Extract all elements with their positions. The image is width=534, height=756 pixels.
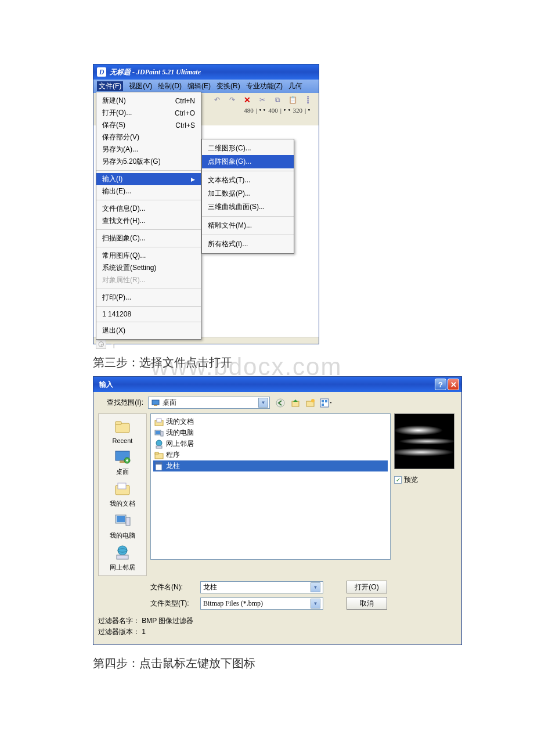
file-icon: [154, 440, 164, 449]
filter-info: 过滤器名字： BMP 图像过滤器 过滤器版本： 1: [98, 615, 457, 638]
preview-label: 预览: [404, 475, 418, 485]
menu-file[interactable]: 文件(F): [97, 81, 123, 91]
back-icon[interactable]: [275, 397, 286, 409]
submenu-item[interactable]: 精雕文件(M)...: [202, 219, 294, 232]
tool-icon-2[interactable]: ┐: [109, 339, 119, 349]
file-item[interactable]: 我的电脑: [153, 427, 388, 438]
cut-icon[interactable]: ✂: [257, 95, 268, 105]
menu-item[interactable]: 退出(X): [96, 325, 201, 337]
tool-icon[interactable]: ◶: [96, 339, 106, 349]
file-item[interactable]: 程序: [153, 449, 388, 460]
svg-rect-11: [116, 422, 121, 424]
svg-rect-19: [126, 517, 130, 525]
chevron-down-icon[interactable]: [258, 398, 268, 408]
file-icon: [154, 429, 164, 438]
filter-name-value: BMP 图像过滤器: [142, 617, 193, 625]
svg-rect-0: [152, 400, 159, 405]
svg-rect-1: [154, 405, 157, 406]
file-item[interactable]: 龙柱: [153, 460, 388, 471]
window-title: 无标题 - JDPaint 5.21 Ultimate: [110, 67, 201, 77]
menu-item[interactable]: 输入(I)▶: [96, 173, 201, 185]
recent-icon: [113, 417, 132, 436]
jdpaint-window: D 无标题 - JDPaint 5.21 Ultimate 文件(F) 视图(V…: [93, 64, 319, 344]
step4-text: 第四步：点击鼠标左键放下图标: [93, 656, 534, 671]
menu-item[interactable]: 常用图库(Q)...: [96, 250, 201, 262]
menu-geom[interactable]: 几何: [288, 81, 302, 91]
svg-rect-7: [322, 400, 324, 402]
paste-icon[interactable]: 📋: [287, 95, 298, 105]
filetype-label: 文件类型(T):: [150, 599, 196, 609]
lookin-label: 查找范围(I):: [98, 398, 143, 408]
help-button[interactable]: ?: [435, 379, 446, 390]
view-menu-icon[interactable]: [320, 397, 331, 409]
lookin-combo[interactable]: 桌面: [148, 397, 270, 409]
menu-item[interactable]: 文件信息(D)...: [96, 203, 201, 215]
cancel-button[interactable]: 取消: [347, 597, 387, 610]
menu-item[interactable]: 查找文件(H)...: [96, 215, 201, 227]
app-icon: D: [97, 67, 106, 77]
filename-value: 龙柱: [203, 582, 217, 592]
menu-item[interactable]: 系统设置(Setting): [96, 262, 201, 274]
menu-item[interactable]: 保存部分(V): [96, 131, 201, 143]
desktop-icon: [151, 398, 160, 408]
menubar: 文件(F) 视图(V) 绘制(D) 编辑(E) 变换(R) 专业功能(Z) 几何: [93, 80, 319, 93]
menu-edit[interactable]: 编辑(E): [187, 81, 211, 91]
undo-icon[interactable]: ↶: [212, 95, 222, 105]
up-icon[interactable]: [290, 397, 301, 409]
file-dropdown: 新建(N)Ctrl+N打开(O)...Ctrl+O保存(S)Ctrl+S保存部分…: [96, 92, 201, 340]
menu-item[interactable]: 输出(E)...: [96, 185, 201, 197]
file-item[interactable]: 我的文档: [153, 416, 388, 427]
menu-pro[interactable]: 专业功能(Z): [246, 81, 283, 91]
ruler-tick: 400: [268, 107, 278, 114]
chevron-down-icon[interactable]: ▼: [311, 582, 320, 592]
dialog-titlebar[interactable]: 输入 ? ✕: [93, 377, 461, 392]
filetype-value: Bitmap Files (*.bmp): [203, 599, 263, 608]
menu-item[interactable]: 新建(N)Ctrl+N: [96, 95, 201, 107]
svg-rect-33: [156, 462, 162, 465]
chevron-down-icon[interactable]: ▼: [311, 599, 320, 609]
place-computer[interactable]: 我的电脑: [110, 512, 135, 540]
place-desktop[interactable]: 桌面: [113, 448, 132, 476]
menu-draw[interactable]: 绘制(D): [158, 81, 182, 91]
titlebar[interactable]: D 无标题 - JDPaint 5.21 Ultimate: [93, 64, 319, 80]
menu-transform[interactable]: 变换(R): [217, 81, 240, 91]
new-folder-icon[interactable]: [305, 397, 316, 409]
submenu-item[interactable]: 点阵图象(G)...: [202, 155, 294, 168]
filename-field[interactable]: 龙柱 ▼: [200, 581, 323, 593]
preview-checkbox[interactable]: ✓ 预览: [394, 475, 457, 485]
delete-icon[interactable]: ✕: [242, 95, 252, 105]
dialog-title: 输入: [99, 380, 113, 390]
menu-item[interactable]: 打印(P)...: [96, 291, 201, 304]
menu-item[interactable]: 另存为5.20版本(G): [96, 156, 201, 168]
file-item[interactable]: 网上邻居: [153, 438, 388, 449]
menu-view[interactable]: 视图(V): [129, 81, 152, 91]
file-icon: [154, 417, 164, 427]
svg-point-28: [156, 440, 162, 446]
svg-point-20: [118, 546, 127, 555]
place-recent[interactable]: Recent: [113, 417, 133, 444]
filter-name-label: 过滤器名字：: [98, 617, 140, 625]
svg-rect-3: [292, 401, 299, 406]
copy-icon[interactable]: ⧉: [272, 95, 283, 105]
file-list[interactable]: 我的文档我的电脑网上邻居程序龙柱: [150, 413, 391, 560]
submenu-item[interactable]: 三维曲线曲面(S)...: [202, 200, 294, 214]
menu-item[interactable]: 另存为(A)...: [96, 143, 201, 156]
submenu-item[interactable]: 所有格式(I)...: [202, 237, 294, 251]
menu-item[interactable]: 打开(O)...Ctrl+O: [96, 107, 201, 119]
lookin-value: 桌面: [163, 398, 176, 408]
close-button[interactable]: ✕: [448, 379, 459, 390]
menu-item[interactable]: 扫描图象(C)...: [96, 232, 201, 244]
submenu-item[interactable]: 文本格式(T)...: [202, 174, 294, 187]
submenu-item[interactable]: 加工数据(P)...: [202, 187, 294, 200]
checkbox-icon[interactable]: ✓: [394, 476, 402, 484]
menu-item[interactable]: 保存(S)Ctrl+S: [96, 119, 201, 131]
svg-rect-16: [118, 483, 126, 489]
place-documents[interactable]: 我的文档: [110, 480, 135, 508]
filetype-combo[interactable]: Bitmap Files (*.bmp) ▼: [200, 597, 323, 610]
open-button[interactable]: 打开(O): [347, 581, 387, 593]
menu-item[interactable]: 1 141208: [96, 309, 201, 319]
submenu-item[interactable]: 二维图形(C)...: [202, 142, 294, 155]
place-network[interactable]: 网上邻居: [110, 543, 135, 572]
redo-icon[interactable]: ↷: [227, 95, 237, 105]
svg-rect-22: [117, 555, 128, 559]
